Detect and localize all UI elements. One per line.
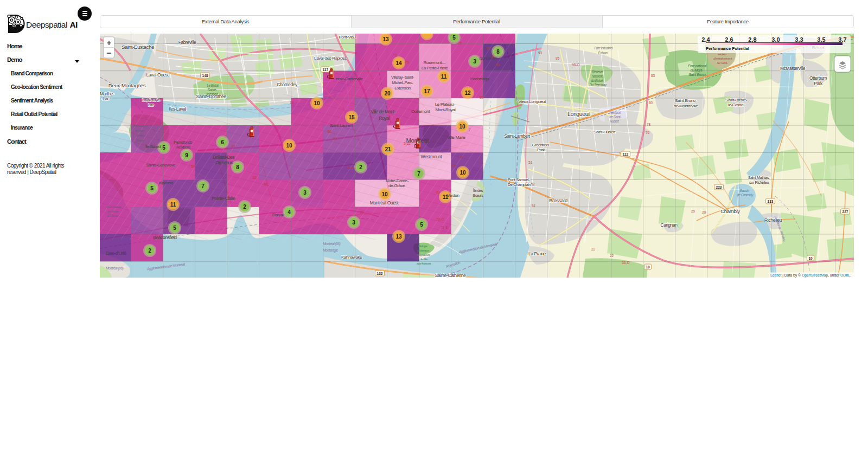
svg-text:Mont-Royal: Mont-Royal: [435, 107, 456, 112]
svg-text:15: 15: [348, 114, 355, 120]
svg-text:69: 69: [333, 137, 337, 140]
svg-text:95: 95: [556, 56, 560, 60]
svg-text:aux-Hérons: aux-Hérons: [416, 262, 431, 265]
svg-text:De Champlain: De Champlain: [507, 182, 531, 187]
svg-text:Saint-Bruno-: Saint-Bruno-: [674, 98, 697, 103]
svg-text:11: 11: [170, 202, 176, 208]
svg-text:Kahnawake: Kahnawake: [341, 255, 362, 260]
svg-text:98-O: 98-O: [572, 63, 579, 67]
svg-text:44: 44: [604, 277, 609, 278]
svg-text:2: 2: [359, 164, 362, 170]
svg-text:21: 21: [385, 146, 391, 152]
svg-text:Hochelaga: Hochelaga: [470, 76, 489, 81]
svg-text:-Lac: -Lac: [101, 96, 110, 101]
svg-text:10: 10: [646, 265, 650, 269]
svg-text:de-Grâce: de-Grâce: [388, 183, 405, 188]
svg-text:de-l'Île-: de-l'Île-: [136, 134, 144, 137]
svg-text:83: 83: [651, 74, 655, 78]
svg-text:de-Montarville: de-Montarville: [673, 104, 698, 108]
svg-text:Vieux-Longueuil: Vieux-Longueuil: [518, 99, 546, 104]
svg-text:12: 12: [464, 90, 471, 96]
svg-text:7: 7: [201, 183, 205, 189]
svg-text:227: 227: [842, 210, 848, 214]
svg-text:76: 76: [646, 131, 650, 134]
svg-text:Sainte-Geneviève: Sainte-Geneviève: [146, 163, 175, 168]
svg-text:Pierrefonds-: Pierrefonds-: [174, 140, 194, 145]
svg-text:7: 7: [469, 128, 471, 132]
svg-text:66: 66: [328, 130, 332, 133]
svg-text:Laval-sur-le-: Laval-sur-le-: [142, 98, 161, 102]
svg-text:11: 11: [441, 74, 446, 80]
svg-text:Park: Park: [814, 81, 823, 86]
svg-text:19: 19: [290, 101, 294, 105]
svg-text:78-E: 78-E: [441, 226, 448, 229]
svg-text:Sainte-Catherine: Sainte-Catherine: [435, 273, 465, 278]
svg-text:Outremont: Outremont: [411, 109, 430, 114]
svg-text:Sœurs: Sœurs: [473, 193, 483, 198]
svg-text:112: 112: [622, 152, 628, 156]
svg-text:Du Tremblay: Du Tremblay: [589, 83, 607, 87]
svg-text:Le Plateau-: Le Plateau-: [435, 102, 455, 107]
svg-text:Fabreville: Fabreville: [178, 40, 196, 45]
svg-text:8: 8: [496, 49, 500, 55]
svg-text:Aéroport: Aéroport: [609, 111, 621, 115]
svg-text:95: 95: [486, 47, 490, 50]
svg-text:20: 20: [384, 91, 391, 97]
svg-text:2: 2: [148, 248, 151, 254]
svg-text:Bassin: Bassin: [739, 189, 749, 192]
svg-text:Brossard: Brossard: [549, 198, 567, 203]
svg-text:133: 133: [767, 200, 773, 203]
svg-text:10: 10: [459, 124, 465, 130]
svg-text:5: 5: [452, 35, 456, 41]
svg-text:2.6: 2.6: [725, 36, 733, 43]
svg-text:Île-Bizard: Île-Bizard: [145, 144, 161, 149]
svg-text:13: 13: [395, 234, 402, 240]
svg-text:Longueuil: Longueuil: [567, 111, 590, 117]
svg-text:93: 93: [538, 51, 542, 55]
svg-text:78-O: 78-O: [436, 217, 444, 221]
svg-text:Rosemont—: Rosemont—: [423, 60, 446, 65]
svg-text:Montréal: Montréal: [406, 137, 428, 144]
svg-text:Sainte-: Sainte-: [207, 88, 216, 92]
svg-text:Saint-Mathias-: Saint-Mathias-: [748, 175, 770, 180]
svg-text:de l'Anse: de l'Anse: [107, 210, 119, 213]
svg-text:Laval-des-Rapides: Laval-des-Rapides: [314, 56, 347, 61]
svg-text:Villeray–Saint-: Villeray–Saint-: [391, 75, 414, 80]
svg-text:Saint-Hubert: Saint-Hubert: [593, 130, 615, 134]
svg-text:Ville-Marie: Ville-Marie: [447, 135, 465, 140]
svg-text:3: 3: [473, 59, 476, 65]
svg-text:52: 52: [191, 164, 195, 168]
svg-text:...ntsic-Cartierville: ...ntsic-Cartierville: [333, 76, 363, 81]
svg-text:Deepspatial: Deepspatial: [26, 20, 67, 29]
svg-text:Kirkland: Kirkland: [159, 181, 173, 185]
svg-text:10: 10: [459, 170, 466, 176]
svg-text:de Chambly: de Chambly: [737, 193, 754, 197]
svg-text:4: 4: [288, 209, 291, 215]
svg-text:223: 223: [716, 185, 722, 189]
svg-text:Saint-Basile-: Saint-Basile-: [725, 98, 747, 102]
svg-text:Leaflet | Data by © OpenStreet: Leaflet | Data by © OpenStreetMap, under…: [770, 273, 851, 278]
svg-text:85: 85: [480, 95, 484, 99]
svg-text:Édison: Édison: [598, 50, 608, 55]
svg-text:58: 58: [264, 182, 268, 186]
svg-text:Bizard: Bizard: [136, 139, 144, 142]
svg-text:80: 80: [649, 101, 653, 105]
svg-text:Île des: Île des: [472, 188, 483, 193]
svg-text:2.4: 2.4: [701, 36, 710, 43]
svg-text:132: 132: [376, 272, 382, 275]
svg-text:51: 51: [528, 160, 533, 164]
svg-text:de l'Île-: de l'Île-: [419, 258, 428, 261]
svg-text:La Prairie: La Prairie: [528, 251, 546, 256]
svg-text:85: 85: [496, 63, 500, 67]
svg-text:78: 78: [647, 123, 651, 126]
svg-text:22: 22: [591, 247, 596, 251]
svg-text:5: 5: [162, 145, 165, 151]
svg-text:3.3: 3.3: [795, 36, 803, 43]
svg-text:Montréal (06): Montréal (06): [322, 242, 340, 246]
svg-text:le-Grand: le-Grand: [728, 102, 743, 107]
svg-text:Montérégie: Montérégie: [323, 248, 338, 253]
svg-text:5-E: 5-E: [451, 164, 457, 168]
svg-text:Montréal-Ouest: Montréal-Ouest: [369, 200, 398, 205]
svg-text:5: 5: [150, 185, 154, 191]
svg-text:Westmount: Westmount: [420, 154, 442, 159]
